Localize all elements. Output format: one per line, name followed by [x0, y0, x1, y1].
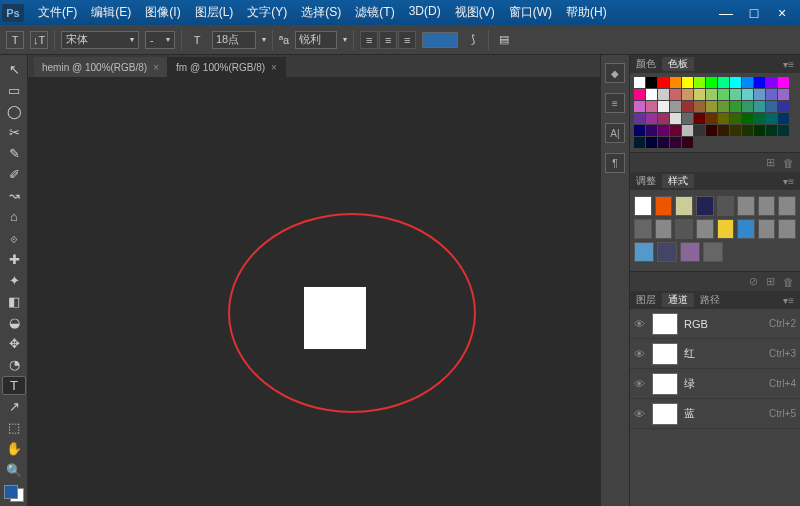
clear-style-icon[interactable]: ⊘ [749, 275, 758, 288]
swatch[interactable] [634, 125, 645, 136]
swatch[interactable] [682, 137, 693, 148]
tool-17[interactable]: ⬚ [2, 418, 26, 437]
swatch[interactable] [718, 113, 729, 124]
swatch[interactable] [646, 137, 657, 148]
align-right-button[interactable]: ≡ [398, 31, 416, 49]
style-preset[interactable] [758, 219, 776, 239]
style-preset[interactable] [717, 196, 735, 216]
swatch[interactable] [682, 113, 693, 124]
swatch[interactable] [670, 89, 681, 100]
tool-1[interactable]: ▭ [2, 81, 26, 100]
tool-11[interactable]: ◧ [2, 292, 26, 311]
swatch[interactable] [718, 125, 729, 136]
swatch[interactable] [694, 113, 705, 124]
menu-file[interactable]: 文件(F) [32, 2, 83, 23]
new-swatch-icon[interactable]: ⊞ [766, 156, 775, 169]
swatch[interactable] [778, 101, 789, 112]
tool-0[interactable]: ↖ [2, 60, 26, 79]
visibility-icon[interactable]: 👁 [634, 348, 646, 360]
tool-3[interactable]: ✂ [2, 123, 26, 142]
swatch[interactable] [682, 77, 693, 88]
swatch[interactable] [658, 89, 669, 100]
swatch[interactable] [718, 101, 729, 112]
menu-select[interactable]: 选择(S) [295, 2, 347, 23]
channel-row[interactable]: 👁红Ctrl+3 [630, 339, 800, 369]
swatch[interactable] [730, 77, 741, 88]
warp-text-button[interactable]: ⟆ [464, 31, 482, 49]
tab-styles[interactable]: 样式 [662, 174, 694, 188]
tool-6[interactable]: ↝ [2, 186, 26, 205]
swatch[interactable] [646, 89, 657, 100]
swatch[interactable] [754, 125, 765, 136]
tab-swatches[interactable]: 色板 [662, 57, 694, 71]
dock-panel-button[interactable]: ◆ [605, 63, 625, 83]
close-button[interactable]: × [774, 5, 790, 21]
close-icon[interactable]: × [153, 62, 159, 73]
panel-menu-icon[interactable]: ▾≡ [777, 295, 800, 306]
menu-view[interactable]: 视图(V) [449, 2, 501, 23]
swatch[interactable] [694, 125, 705, 136]
tool-14[interactable]: ◔ [2, 355, 26, 374]
swatch[interactable] [754, 113, 765, 124]
chevron-down-icon[interactable]: ▾ [262, 35, 266, 44]
tool-9[interactable]: ✚ [2, 250, 26, 269]
menu-edit[interactable]: 编辑(E) [85, 2, 137, 23]
tab-layers[interactable]: 图层 [630, 293, 662, 307]
tool-16[interactable]: ↗ [2, 397, 26, 416]
swatch[interactable] [742, 89, 753, 100]
swatch[interactable] [730, 101, 741, 112]
chevron-down-icon[interactable]: ▾ [343, 35, 347, 44]
menu-help[interactable]: 帮助(H) [560, 2, 613, 23]
channel-row[interactable]: 👁RGBCtrl+2 [630, 309, 800, 339]
tool-19[interactable]: 🔍 [2, 460, 26, 479]
new-style-icon[interactable]: ⊞ [766, 275, 775, 288]
swatch[interactable] [754, 101, 765, 112]
swatch[interactable] [658, 125, 669, 136]
canvas[interactable] [28, 77, 600, 506]
menu-3d[interactable]: 3D(D) [403, 2, 447, 23]
tab-color[interactable]: 颜色 [630, 57, 662, 71]
font-family-select[interactable]: 宋体▾ [61, 31, 139, 49]
style-preset[interactable] [655, 196, 673, 216]
swatch[interactable] [766, 125, 777, 136]
style-preset[interactable] [675, 219, 693, 239]
swatch[interactable] [694, 89, 705, 100]
panel-menu-icon[interactable]: ▾≡ [777, 59, 800, 70]
swatch[interactable] [670, 77, 681, 88]
tool-8[interactable]: ⟐ [2, 229, 26, 248]
swatch[interactable] [682, 89, 693, 100]
style-preset[interactable] [696, 219, 714, 239]
text-color-swatch[interactable] [422, 32, 458, 48]
swatch[interactable] [742, 113, 753, 124]
swatch[interactable] [766, 77, 777, 88]
style-preset[interactable] [778, 196, 796, 216]
menu-window[interactable]: 窗口(W) [503, 2, 558, 23]
dock-panel-button[interactable]: A| [605, 123, 625, 143]
swatch[interactable] [742, 101, 753, 112]
swatch[interactable] [718, 77, 729, 88]
swatch[interactable] [730, 125, 741, 136]
visibility-icon[interactable]: 👁 [634, 318, 646, 330]
swatch[interactable] [766, 89, 777, 100]
swatch[interactable] [634, 89, 645, 100]
swatch[interactable] [670, 101, 681, 112]
tab-channels[interactable]: 通道 [662, 293, 694, 307]
trash-icon[interactable]: 🗑 [783, 157, 794, 169]
style-preset[interactable] [696, 196, 714, 216]
tool-2[interactable]: ◯ [2, 102, 26, 121]
channel-row[interactable]: 👁蓝Ctrl+5 [630, 399, 800, 429]
dock-panel-button[interactable]: ¶ [605, 153, 625, 173]
antialias-select[interactable]: 锐利 [295, 31, 337, 49]
style-preset[interactable] [737, 196, 755, 216]
character-panel-button[interactable]: ▤ [495, 31, 513, 49]
swatch[interactable] [706, 101, 717, 112]
swatch[interactable] [646, 113, 657, 124]
swatch[interactable] [658, 101, 669, 112]
swatch[interactable] [730, 113, 741, 124]
dock-panel-button[interactable]: ≡ [605, 93, 625, 113]
tool-4[interactable]: ✎ [2, 144, 26, 163]
tool-12[interactable]: ◒ [2, 313, 26, 332]
swatch[interactable] [670, 137, 681, 148]
style-preset[interactable] [634, 242, 654, 262]
maximize-button[interactable]: □ [746, 5, 762, 21]
